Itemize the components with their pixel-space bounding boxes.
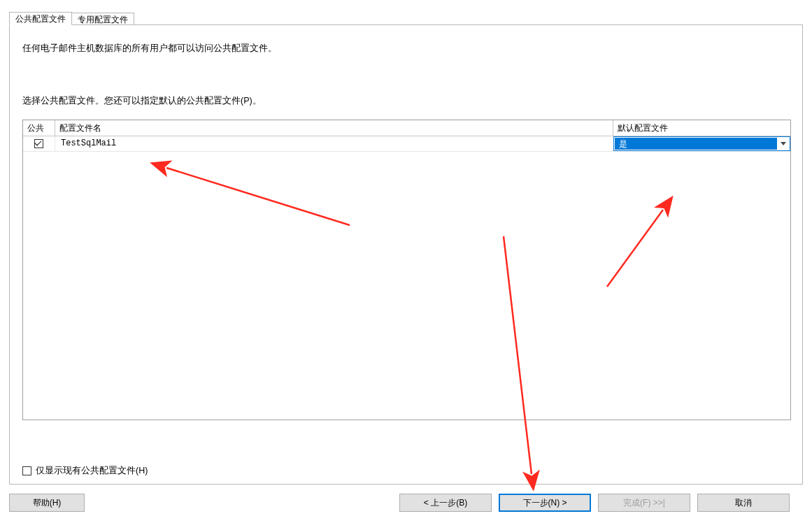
checkbox-box[interactable] <box>22 466 31 475</box>
button-bar: 帮助(H) < 上一步(B) 下一步(N) > 完成(F) >>| 取消 <box>9 494 803 515</box>
only-existing-checkbox[interactable]: 仅显示现有公共配置文件(H) <box>22 465 148 477</box>
help-button[interactable]: 帮助(H) <box>9 494 85 512</box>
tab-strip: 公共配置文件 专用配置文件 <box>9 12 134 25</box>
next-button[interactable]: 下一步(N) > <box>499 494 591 512</box>
cancel-button[interactable]: 取消 <box>697 494 790 512</box>
col-header-default[interactable]: 默认配置文件 <box>613 120 790 136</box>
public-checkbox[interactable] <box>34 139 43 148</box>
col-header-public[interactable]: 公共 <box>23 120 55 136</box>
grid-header: 公共 配置文件名 默认配置文件 <box>23 120 790 136</box>
description-text-1: 任何电子邮件主机数据库的所有用户都可以访问公共配置文件。 <box>22 43 277 55</box>
cell-default-profile[interactable]: 是 <box>613 136 790 151</box>
finish-button: 完成(F) >>| <box>598 494 690 512</box>
profiles-grid: 公共 配置文件名 默认配置文件 TestSqlMail 是 <box>22 120 791 420</box>
only-existing-label: 仅显示现有公共配置文件(H) <box>36 465 148 477</box>
table-row: TestSqlMail 是 <box>23 136 790 152</box>
chevron-down-icon <box>781 142 786 145</box>
default-profile-combobox[interactable]: 是 <box>613 136 790 151</box>
combobox-dropdown-button[interactable] <box>777 137 790 150</box>
cell-public[interactable] <box>23 136 55 151</box>
content-box: 任何电子邮件主机数据库的所有用户都可以访问公共配置文件。 选择公共配置文件。您还… <box>9 24 803 485</box>
tab-private-profile[interactable]: 专用配置文件 <box>71 13 134 25</box>
cell-profile-name[interactable]: TestSqlMail <box>55 136 613 151</box>
default-profile-value: 是 <box>615 138 777 150</box>
col-header-name[interactable]: 配置文件名 <box>55 120 613 136</box>
description-text-2: 选择公共配置文件。您还可以指定默认的公共配置文件(P)。 <box>22 95 262 107</box>
back-button[interactable]: < 上一步(B) <box>399 494 492 512</box>
tab-public-profile[interactable]: 公共配置文件 <box>9 12 72 25</box>
